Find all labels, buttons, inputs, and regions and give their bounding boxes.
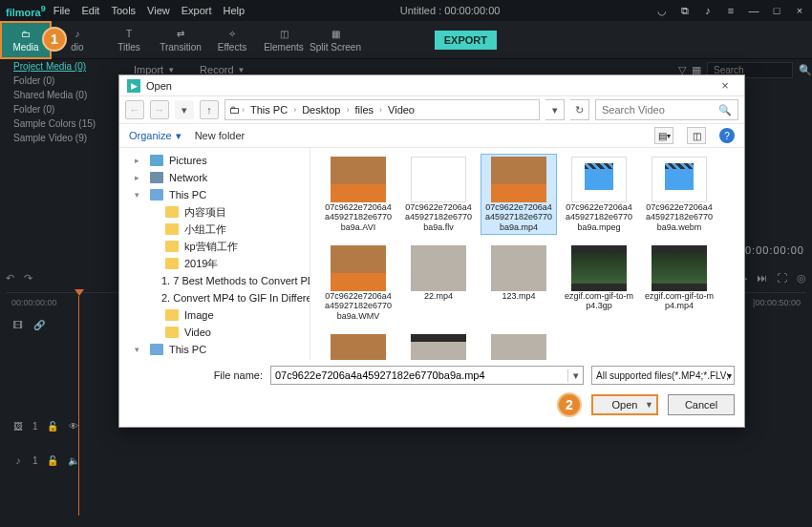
sidebar-project-media[interactable]: Project Media (0) [0,59,115,74]
file-item[interactable]: 22.mp4 [400,242,477,324]
sidebar-item[interactable]: Shared Media (0) [0,88,115,102]
timeline-track-audio[interactable]: ♪1 🔓 🔈 [6,447,806,474]
tree-label: kp营销工作 [184,240,238,254]
cart-icon[interactable]: ⧉ [678,5,692,17]
file-item[interactable]: 07c9622e7206a4a45927182e6770ba9a.webm [641,154,717,235]
ribbon-elements[interactable]: ◫Elements [258,21,310,59]
nav-recent-dropdown[interactable]: ▾ [175,100,194,119]
cancel-button[interactable]: Cancel [668,394,735,415]
ribbon-effects[interactable]: ✧Effects [206,21,258,59]
export-button[interactable]: EXPORT [435,31,497,50]
tree-node[interactable]: ▾This PC [119,186,310,203]
menu-tools[interactable]: Tools [111,5,136,16]
window-maximize[interactable]: □ [770,5,783,16]
redo-icon[interactable]: ↷ [24,272,32,285]
dialog-search-box[interactable]: 🔍 [595,99,738,120]
camera-icon[interactable]: ◎ [797,272,806,285]
menu-file[interactable]: File [53,5,71,16]
speaker-icon[interactable]: 🔈 [67,455,80,466]
undo-icon[interactable]: ↶ [6,272,14,285]
chevron-down-icon[interactable]: ▾ [567,369,583,382]
expand-icon[interactable]: ▸ [135,156,144,165]
organize-dropdown[interactable]: Organize ▾ [129,130,182,142]
dialog-close-button[interactable]: × [714,78,737,93]
file-item[interactable]: ezgif.com-gif-to-mp4.3gp [561,242,637,324]
tree-node[interactable]: Image [119,306,310,324]
tree-node[interactable]: 2. Convert MP4 to GIF In Different Devic… [119,289,310,306]
folder-icon [165,241,179,252]
settings-icon[interactable]: ≡ [724,5,737,16]
menu-help[interactable]: Help [224,5,246,16]
nav-back-button[interactable]: ← [125,100,144,119]
preview-pane-button[interactable]: ◫ [687,127,706,144]
audio-icon: ♪ [70,28,85,41]
file-item[interactable]: 123.mp4 [481,242,557,324]
tree-node[interactable]: Video [119,324,310,341]
file-list-pane[interactable]: 07c9622e7206a4a45927182e6770ba9a.AVI07c9… [310,148,744,360]
refresh-button[interactable]: ↻ [570,99,589,120]
file-item[interactable]: 07c9622e7206a4a45927182e6770ba9a.AVI [320,154,396,235]
sidebar-item[interactable]: Folder (0) [0,102,115,116]
tree-label: Pictures [169,155,207,166]
file-item[interactable] [400,331,477,360]
search-icon[interactable]: 🔍 [799,64,812,76]
filename-combobox[interactable]: ▾ [270,366,584,385]
new-folder-button[interactable]: New folder [195,130,246,141]
menu-edit[interactable]: Edit [81,5,99,16]
dialog-footer: File name: ▾ All supported files(*.MP4;*… [119,360,744,427]
ribbon-splitscreen[interactable]: ▦Split Screen [310,21,361,59]
ribbon-transition[interactable]: ⇄Transition [155,21,206,59]
file-type-filter[interactable]: All supported files(*.MP4;*.FLV; ▾ [591,366,735,385]
tree-node[interactable]: 1. 7 Best Methods to Convert PDF to GIF [119,272,310,289]
lock-icon[interactable]: 🔓 [46,455,59,466]
file-item[interactable]: 07c9622e7206a4a45927182e6770ba9a.WMV [320,242,396,324]
sidebar-item[interactable]: Sample Colors (15) [0,116,115,131]
callout-badge-1: 1 [42,27,67,52]
notify-icon[interactable]: ♪ [701,5,715,16]
nav-up-button[interactable]: ↑ [200,100,219,119]
tree-node[interactable]: 小组工作 [119,221,310,238]
lock-icon[interactable]: 🔓 [46,421,59,432]
tree-node[interactable]: 2019年 [119,255,310,272]
play-next-icon[interactable]: ⏭ [757,272,767,284]
tree-label: 1. 7 Best Methods to Convert PDF to GIF [161,275,310,286]
ribbon-media-label: Media [12,42,38,53]
file-item[interactable]: ezgif.com-gif-to-mp4.mp4 [641,242,717,324]
fullscreen-icon[interactable]: ⛶ [777,272,787,284]
window-close[interactable]: × [793,5,806,16]
playhead-icon[interactable] [75,289,84,296]
tree-node[interactable]: ▸Pictures [119,152,310,169]
window-minimize[interactable]: — [747,5,760,16]
expand-icon[interactable]: ▸ [135,173,144,182]
file-item[interactable]: 07c9622e7206a4a45927182e6770ba9a.mp4 [481,154,557,235]
sidebar-item[interactable]: Sample Video (9) [0,131,115,145]
view-mode-button[interactable]: ▤▾ [654,127,673,144]
help-icon[interactable]: ? [719,128,735,143]
address-history-dropdown[interactable]: ▾ [545,99,565,120]
file-item[interactable] [320,331,396,360]
folder-tree[interactable]: ▸Pictures▸Network▾This PC内容项目小组工作kp营销工作2… [119,148,310,360]
tree-node[interactable]: kp营销工作 [119,238,310,255]
sidebar-item[interactable]: Folder (0) [0,74,115,88]
expand-icon[interactable]: ▾ [135,190,144,200]
menu-view[interactable]: View [147,5,170,16]
filename-input[interactable] [271,369,567,381]
nav-forward-button[interactable]: → [150,100,169,119]
file-item[interactable] [481,331,557,360]
titles-icon: T [121,28,137,41]
open-button[interactable]: Open▼ [591,394,658,415]
breadcrumb[interactable]: 🗀› This PC› Desktop› files› Video [224,99,540,120]
account-icon[interactable]: ◡ [655,5,669,17]
tree-node[interactable]: ▾This PC [119,341,310,358]
dialog-search-input[interactable] [602,104,715,116]
eye-icon[interactable]: 👁 [67,421,80,432]
ribbon-titles[interactable]: TTitles [103,21,155,59]
file-item[interactable]: 07c9622e7206a4a45927182e6770ba9a.mpeg [561,154,637,235]
menu-export[interactable]: Export [182,5,212,16]
tree-node[interactable]: 内容项目 [119,203,310,221]
expand-icon[interactable]: ▾ [135,345,144,354]
file-item[interactable]: 07c9622e7206a4a45927182e6770ba9a.flv [400,154,477,235]
file-open-dialog: ▶ Open × ← → ▾ ↑ 🗀› This PC› Desktop› fi… [118,74,745,428]
tree-node[interactable]: ▸Network [119,169,310,186]
chevron-down-icon[interactable]: ▼ [645,400,653,410]
